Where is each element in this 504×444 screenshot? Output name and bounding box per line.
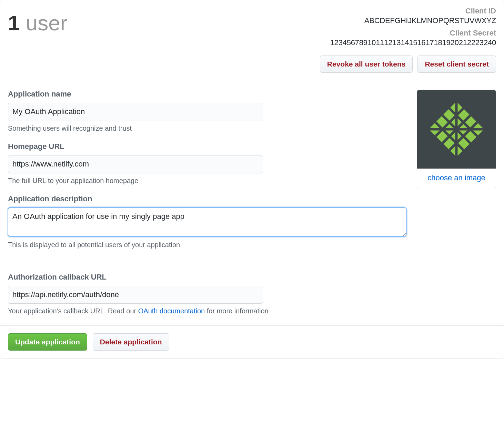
label-description: Application description: [8, 194, 406, 203]
revoke-tokens-button[interactable]: Revoke all user tokens: [320, 56, 413, 73]
label-callback: Authorization callback URL: [8, 273, 496, 282]
help-callback: Your application's callback URL. Read ou…: [8, 307, 496, 315]
app-logo: [417, 90, 496, 169]
group-description: Application description This is displaye…: [8, 194, 406, 249]
help-callback-pre: Your application's callback URL. Read ou…: [8, 307, 138, 315]
logo-card: choose an image: [417, 90, 496, 188]
textarea-description[interactable]: [8, 208, 406, 236]
help-homepage: The full URL to your application homepag…: [8, 177, 406, 185]
fields-column: Application name Something users will re…: [8, 90, 406, 259]
help-app-name: Something users will recognize and trust: [8, 124, 406, 132]
client-credentials: Client ID ABCDEFGHIJKLMNOPQRSTUVWXYZ Cli…: [320, 7, 496, 73]
user-count-word: user: [26, 11, 68, 35]
header-section: 1 user Client ID ABCDEFGHIJKLMNOPQRSTUVW…: [0, 0, 504, 81]
help-description: This is displayed to all potential users…: [8, 241, 406, 249]
label-homepage: Homepage URL: [8, 142, 406, 151]
label-app-name: Application name: [8, 90, 406, 99]
group-callback: Authorization callback URL Your applicat…: [8, 273, 496, 315]
input-homepage[interactable]: [8, 155, 263, 173]
delete-application-button[interactable]: Delete application: [93, 333, 169, 351]
reset-secret-button[interactable]: Reset client secret: [417, 56, 496, 73]
choose-image-link[interactable]: choose an image: [417, 169, 496, 188]
input-callback[interactable]: [8, 286, 263, 304]
footer-actions: Update application Delete application: [0, 326, 504, 358]
logo-column: choose an image: [417, 90, 496, 259]
help-callback-post: for more information: [205, 307, 269, 315]
netlify-logo-icon: [426, 99, 487, 160]
callback-section: Authorization callback URL Your applicat…: [0, 263, 504, 326]
user-count: 1 user: [8, 11, 67, 73]
user-count-number: 1: [8, 11, 20, 35]
form-body: Application name Something users will re…: [0, 81, 504, 263]
danger-buttons: Revoke all user tokens Reset client secr…: [320, 56, 496, 73]
client-id-label: Client ID: [320, 7, 496, 16]
group-homepage: Homepage URL The full URL to your applic…: [8, 142, 406, 185]
client-secret-label: Client Secret: [320, 29, 496, 38]
client-secret-value: 1234567891011121314151617181920212223240: [320, 38, 496, 47]
oauth-docs-link[interactable]: OAuth documentation: [138, 307, 205, 315]
client-id-value: ABCDEFGHIJKLMNOPQRSTUVWXYZ: [320, 16, 496, 25]
input-app-name[interactable]: [8, 103, 263, 121]
update-application-button[interactable]: Update application: [8, 333, 87, 351]
group-app-name: Application name Something users will re…: [8, 90, 406, 132]
settings-panel: 1 user Client ID ABCDEFGHIJKLMNOPQRSTUVW…: [0, 0, 504, 359]
